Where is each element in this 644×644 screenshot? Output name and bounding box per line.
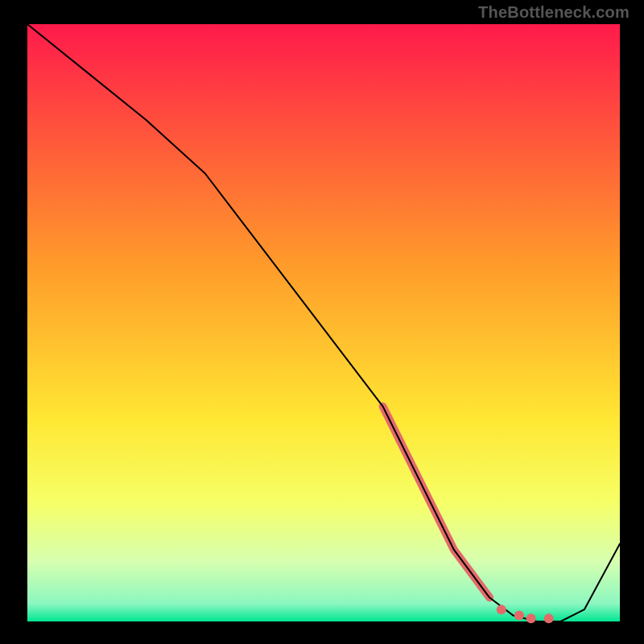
bottleneck-chart [0,0,644,644]
highlight-dot [526,613,536,623]
highlight-dot [497,605,506,614]
highlight-dot [544,613,554,623]
highlight-dot [514,611,524,621]
plot-background [27,24,620,621]
watermark-text: TheBottleneck.com [478,3,630,22]
chart-container: TheBottleneck.com [0,0,644,644]
